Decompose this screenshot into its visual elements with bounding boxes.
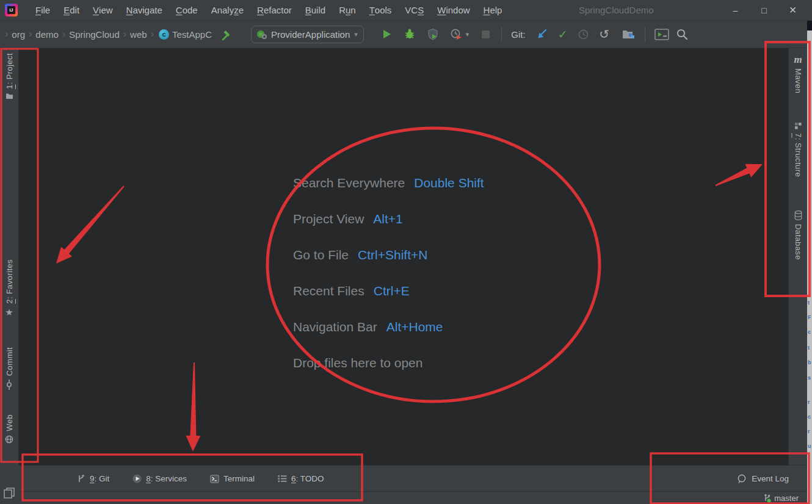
hint-shortcut: Double Shift bbox=[414, 176, 484, 190]
minimize-button[interactable]: – bbox=[721, 0, 750, 20]
structure-icon bbox=[795, 123, 802, 129]
hint-shortcut: Alt+Home bbox=[386, 320, 443, 334]
hint-label: Recent Files bbox=[293, 284, 364, 298]
git-label: Git: bbox=[511, 29, 525, 40]
git-branch-widget[interactable]: master bbox=[763, 492, 799, 504]
occluded-window-edge: t F c t b s r c r u bbox=[807, 21, 812, 504]
toolwindow-button-web[interactable]: Web bbox=[0, 414, 18, 444]
breadcrumb-item-web[interactable]: web bbox=[130, 29, 147, 40]
globe-icon bbox=[5, 435, 13, 444]
toolwindow-button-maven[interactable]: m Maven bbox=[789, 54, 807, 93]
branch-name: master bbox=[774, 494, 799, 503]
toolwindow-button-services[interactable]: 8: Services bbox=[132, 474, 187, 483]
hint-label: Go to File bbox=[293, 248, 349, 262]
chevron-right-icon: › bbox=[62, 29, 65, 40]
show-in-explorer-icon[interactable] bbox=[622, 27, 636, 41]
toolwindow-button-project[interactable]: 1: Project bbox=[0, 53, 18, 99]
commit-check-icon[interactable]: ✓ bbox=[556, 27, 570, 41]
branch-icon bbox=[763, 494, 771, 503]
menu-item-file[interactable]: File bbox=[29, 0, 57, 20]
window-controls: – □ × bbox=[721, 0, 807, 20]
history-clock-icon bbox=[577, 27, 590, 41]
chevron-right-icon: › bbox=[5, 29, 8, 40]
menu-item-edit[interactable]: Edit bbox=[57, 0, 86, 20]
breadcrumb-item-org[interactable]: org bbox=[12, 29, 25, 40]
maximize-button[interactable]: □ bbox=[750, 0, 778, 20]
profiler-button[interactable] bbox=[449, 27, 463, 41]
database-icon bbox=[794, 211, 802, 220]
hint-label: Project View bbox=[293, 212, 364, 226]
window-title: SpringCloudDemo bbox=[579, 0, 654, 20]
toolwindow-switcher-icon[interactable] bbox=[4, 488, 15, 501]
run-config-label: ProviderApplication bbox=[271, 29, 350, 40]
menu-item-vcs[interactable]: VCS bbox=[398, 0, 430, 20]
menu-item-help[interactable]: Help bbox=[477, 0, 509, 20]
class-icon: c bbox=[159, 29, 169, 40]
status-bar: master bbox=[18, 491, 807, 504]
menu-item-analyze[interactable]: Analyze bbox=[205, 0, 250, 20]
terminal-icon bbox=[210, 475, 219, 483]
menu-item-build[interactable]: Build bbox=[299, 0, 332, 20]
hint-shortcut: Ctrl+Shift+N bbox=[358, 248, 427, 262]
toolwindow-button-terminal[interactable]: Terminal bbox=[210, 474, 255, 483]
menu-item-code[interactable]: Code bbox=[169, 0, 205, 20]
run-button[interactable] bbox=[380, 27, 393, 41]
menu-bar: File Edit View Navigate Code Analyze Ref… bbox=[29, 0, 509, 20]
main-toolbar: › org › demo › SpringCloud › web › c Tes… bbox=[0, 21, 812, 48]
commit-icon bbox=[5, 380, 13, 390]
event-log-balloon-icon bbox=[737, 474, 747, 484]
run-anything-window-icon[interactable] bbox=[654, 27, 668, 41]
title-bar: IJ File Edit View Navigate Code Analyze … bbox=[0, 0, 812, 21]
toolwindow-button-structure[interactable]: 7: Structure bbox=[789, 123, 807, 177]
toolwindow-button-git[interactable]: 9: Git bbox=[77, 474, 109, 483]
annotation-arrow-2 bbox=[186, 362, 200, 452]
run-config-select[interactable]: ProviderApplication ▾ bbox=[251, 26, 364, 43]
run-with-coverage-button[interactable] bbox=[426, 27, 440, 41]
spring-boot-icon bbox=[257, 29, 267, 39]
toolwindow-button-favorites[interactable]: 2: Favorites ★ bbox=[0, 259, 18, 317]
services-icon bbox=[132, 474, 142, 483]
hint-label: Search Everywhere bbox=[293, 176, 405, 190]
toolwindow-button-commit[interactable]: Commit bbox=[0, 347, 18, 390]
breadcrumb-item-class[interactable]: TestAppC bbox=[172, 29, 212, 40]
event-log-button[interactable]: Event Log bbox=[737, 474, 789, 484]
idea-logo-icon: IJ bbox=[5, 4, 18, 16]
ide-window: IJ File Edit View Navigate Code Analyze … bbox=[0, 0, 812, 504]
breadcrumb-item-demo[interactable]: demo bbox=[35, 29, 59, 40]
update-project-icon[interactable] bbox=[535, 27, 549, 41]
idea-logo-text: IJ bbox=[7, 6, 15, 14]
rollback-icon[interactable]: ↺ bbox=[598, 27, 611, 41]
chevron-right-icon: › bbox=[29, 29, 32, 40]
chevron-right-icon: › bbox=[151, 29, 154, 40]
debug-button[interactable] bbox=[403, 27, 416, 41]
menu-item-navigate[interactable]: Navigate bbox=[120, 0, 169, 20]
close-button[interactable]: × bbox=[778, 0, 807, 20]
toolwindow-button-database[interactable]: Database bbox=[789, 211, 807, 260]
hint-label: Drop files here to open bbox=[293, 356, 422, 370]
breadcrumb: › org › demo › SpringCloud › web › c Tes… bbox=[1, 29, 212, 40]
menu-item-run[interactable]: Run bbox=[332, 0, 363, 20]
menu-item-refactor[interactable]: Refactor bbox=[250, 0, 299, 20]
folder-icon bbox=[5, 93, 13, 99]
hint-shortcut: Alt+1 bbox=[373, 212, 402, 226]
git-branch-icon bbox=[77, 474, 85, 483]
star-icon: ★ bbox=[5, 308, 13, 317]
search-everywhere-icon[interactable] bbox=[675, 27, 689, 41]
build-hammer-icon[interactable] bbox=[220, 28, 233, 40]
annotation-arrow-1 bbox=[56, 185, 125, 264]
toolbar-separator bbox=[645, 27, 645, 42]
chevron-down-icon: ▾ bbox=[354, 31, 358, 38]
maven-icon: m bbox=[794, 54, 802, 65]
hint-label: Navigation Bar bbox=[293, 320, 377, 334]
menu-item-tools[interactable]: Tools bbox=[363, 0, 399, 20]
chevron-right-icon: › bbox=[123, 29, 126, 40]
hint-shortcut: Ctrl+E bbox=[374, 284, 410, 298]
profiler-chevron-down-icon[interactable]: ▾ bbox=[466, 31, 469, 38]
menu-item-view[interactable]: View bbox=[86, 0, 120, 20]
toolbar-separator bbox=[501, 27, 502, 42]
todo-list-icon bbox=[278, 475, 287, 483]
annotation-arrow-3 bbox=[716, 164, 763, 186]
breadcrumb-item-springcloud[interactable]: SpringCloud bbox=[69, 29, 120, 40]
toolwindow-button-todo[interactable]: 6: TODO bbox=[278, 474, 324, 483]
menu-item-window[interactable]: Window bbox=[430, 0, 476, 20]
